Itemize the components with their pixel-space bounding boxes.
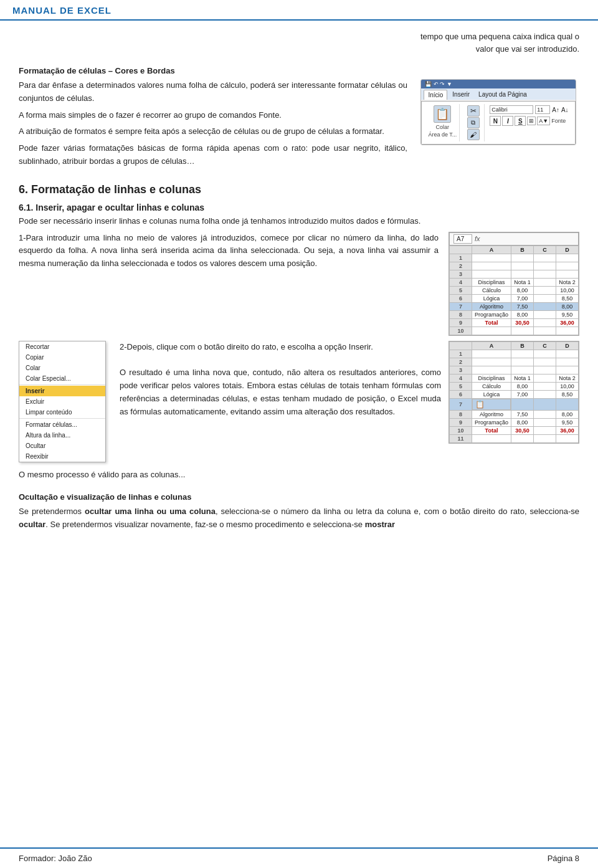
- quick-access-bar: 💾 ↶ ↷ ▼: [421, 80, 575, 88]
- font-group: Calibri 11 A↑ A↓ N I S ⊞: [487, 104, 571, 141]
- excel-table2-container: A B C D 1 2 3 4DisciplinasNota 1Not: [448, 341, 579, 444]
- page-header: MANUAL DE EXCEL: [0, 0, 598, 21]
- intro-line1: tempo que uma pequena caixa indica qual …: [420, 32, 579, 41]
- section61: 6.1. Inserir, apagar e ocultar linhas e …: [19, 203, 579, 482]
- table-row: 10: [449, 327, 578, 335]
- font-name-select[interactable]: Calibri: [490, 105, 533, 114]
- menu-item-colar-especial[interactable]: Colar Especial...: [19, 373, 105, 384]
- ribbon-toolbar: 📋 Colar Área de T... ✂ ⧉: [421, 101, 575, 145]
- t2-col-C: C: [534, 341, 556, 350]
- formatting-text: Para dar ênfase a determinados valores n…: [19, 79, 407, 172]
- table-row: 8Programação8,009,50: [449, 310, 578, 318]
- col-header-B: B: [511, 246, 534, 254]
- t2-col-B: B: [511, 341, 534, 350]
- formatting-heading: Formatação de células – Cores e Bordas: [19, 66, 579, 75]
- copy-icon[interactable]: ⧉: [467, 117, 480, 128]
- section-formatting-cells: Formatação de células – Cores e Bordas P…: [19, 66, 579, 172]
- ribbon-image-col: 💾 ↶ ↷ ▼ Início Inserir Layout da Página: [417, 79, 579, 145]
- ocultacao-bold1: ocultar uma linha ou uma coluna: [85, 507, 216, 516]
- cell-ref: A7: [453, 234, 472, 244]
- ocultacao-bold3: mostrar: [365, 520, 395, 529]
- table2-col: A B C D 1 2 3 4DisciplinasNota 1Not: [448, 341, 579, 462]
- table-row: 2: [449, 262, 578, 270]
- page-title: MANUAL DE EXCEL: [12, 5, 112, 16]
- ribbon-mockup: 💾 ↶ ↷ ▼ Início Inserir Layout da Página: [420, 79, 576, 145]
- menu-item-copiar[interactable]: Copiar: [19, 352, 105, 363]
- font-size-down-icon[interactable]: A↓: [561, 107, 569, 113]
- font-row2: N I S ⊞ A▼ Fonte: [490, 116, 568, 126]
- paste-group: 📋 Colar Área de T...: [425, 104, 460, 141]
- page-footer: Formador: João Zão Página 8: [0, 847, 598, 868]
- border-button[interactable]: ⊞: [527, 117, 536, 125]
- intro-text: tempo que uma pequena caixa indica qual …: [19, 31, 579, 55]
- menu-item-excluir[interactable]: Excluir: [19, 396, 105, 407]
- menu-item-altura[interactable]: Altura da linha...: [19, 430, 105, 441]
- bold-button[interactable]: N: [490, 116, 501, 126]
- table1-header-row: A B C D: [449, 246, 578, 254]
- separator1: [19, 384, 105, 385]
- format-painter-icon[interactable]: 🖌: [467, 129, 480, 140]
- tab-layout[interactable]: Layout da Página: [475, 90, 531, 100]
- table-row: 5Cálculo8,0010,00: [449, 286, 578, 294]
- table-row-total: 9Total30,5036,00: [449, 318, 578, 327]
- excel-table2: A B C D 1 2 3 4DisciplinasNota 1Not: [449, 341, 579, 443]
- menu-item-inserir[interactable]: Inserir: [19, 386, 105, 396]
- section61-para2: 2-Depois, clique com o botão direito do …: [120, 341, 441, 354]
- section6: 6. Formatação de linhas e colunas: [19, 183, 579, 196]
- excel-table1-container: A7 fx A B C D: [448, 232, 579, 336]
- menu-item-reexibir[interactable]: Reexibir: [19, 451, 105, 462]
- col-header-D: D: [556, 246, 579, 254]
- tab-inicio[interactable]: Início: [424, 90, 447, 100]
- t2-col-empty: [449, 341, 472, 350]
- table-row: 9Programação8,009,50: [449, 418, 578, 426]
- table-row: 11: [449, 434, 578, 442]
- context-menu: Recortar Copiar Colar Colar Especial... …: [19, 341, 106, 462]
- section61-para1-col: 1-Para introduzir uma linha no meio de v…: [19, 232, 439, 274]
- paste-icon[interactable]: 📋: [434, 105, 451, 123]
- excel-table1: A B C D 1 2 3 4DisciplinasNota 1Not: [449, 246, 579, 335]
- tab-inserir[interactable]: Inserir: [448, 90, 473, 100]
- ocultacao-bold2: ocultar: [19, 520, 45, 529]
- table-row-total: 10Total30,5036,00: [449, 426, 578, 434]
- col-header-A: A: [472, 246, 511, 254]
- t2-col-D: D: [556, 341, 579, 350]
- table-row: 8Algoritmo7,508,00: [449, 410, 578, 418]
- section61-intro: Pode ser necessário inserir linhas e col…: [19, 215, 579, 228]
- table-row: 3: [449, 270, 578, 278]
- fill-color-button[interactable]: A▼: [537, 117, 550, 125]
- t2-col-A: A: [472, 341, 511, 350]
- col-header-empty: [449, 246, 472, 254]
- table-row: 1: [449, 254, 578, 262]
- menu-item-limpar[interactable]: Limpar conteúdo: [19, 407, 105, 417]
- table-row-selected: 7📋: [449, 398, 578, 410]
- table-row: 4DisciplinasNota 1Nota 2: [449, 374, 578, 382]
- menu-item-colar[interactable]: Colar: [19, 363, 105, 373]
- context-menu-col: Recortar Copiar Colar Colar Especial... …: [19, 341, 112, 462]
- clipboard-label: Área de T...: [428, 131, 457, 138]
- intro-line2: valor que vai ser introduzido.: [476, 44, 579, 54]
- main-content: tempo que uma pequena caixa indica qual …: [0, 21, 598, 847]
- table-row: 3: [449, 366, 578, 374]
- col-header-C: C: [534, 246, 556, 254]
- formatting-para3: A atribuição de formatos é sempre feita …: [19, 125, 407, 138]
- section61-para3: O resultado é uma linha nova que, contud…: [120, 366, 441, 418]
- font-section-label: Fonte: [551, 118, 566, 124]
- section61-mid-text: 2-Depois, clique com o botão direito do …: [120, 341, 441, 462]
- table-row: 2: [449, 358, 578, 366]
- ribbon-tabs: Início Inserir Layout da Página: [421, 88, 575, 100]
- section61-col2: Recortar Copiar Colar Colar Especial... …: [19, 341, 579, 462]
- font-size-select[interactable]: 11: [535, 105, 550, 114]
- menu-item-recortar[interactable]: Recortar: [19, 341, 105, 352]
- table1-col: A7 fx A B C D: [448, 232, 579, 336]
- menu-item-ocultar[interactable]: Ocultar: [19, 441, 105, 451]
- underline-button[interactable]: S: [515, 116, 526, 126]
- table-row: 1: [449, 350, 578, 358]
- footer-left: Formador: João Zão: [19, 854, 92, 863]
- italic-button[interactable]: I: [502, 116, 513, 126]
- cut-icon[interactable]: ✂: [467, 105, 480, 117]
- section61-col1: 1-Para introduzir uma linha no meio de v…: [19, 232, 579, 336]
- font-size-up-icon[interactable]: A↑: [552, 107, 559, 113]
- menu-item-formatar[interactable]: Formatar células...: [19, 419, 105, 430]
- formatting-para2: A forma mais simples de o fazer é recorr…: [19, 109, 407, 122]
- section-ocultacao: Ocultação e visualização de linhas e col…: [19, 492, 579, 532]
